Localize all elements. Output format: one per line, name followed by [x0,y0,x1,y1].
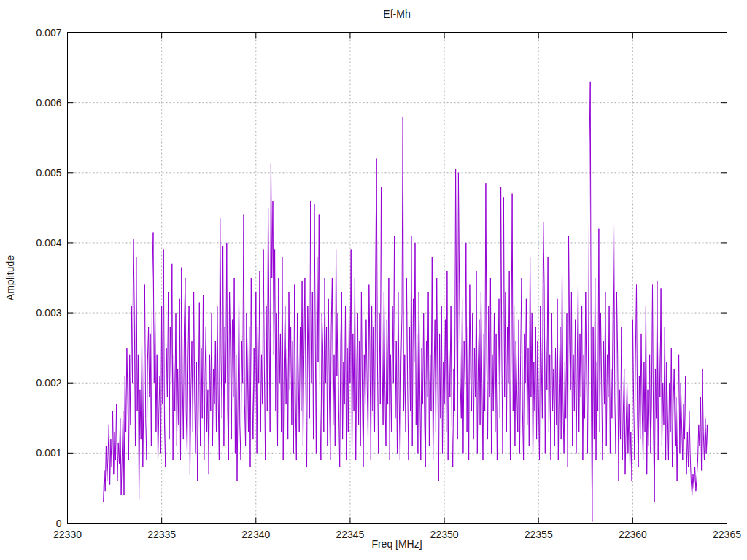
x-tick-label: 22330 [53,529,82,540]
y-tick-label: 0.001 [36,447,61,459]
y-tick-label: 0.002 [36,377,61,389]
spectrum-line [104,82,708,522]
x-tick-label: 22360 [619,529,647,540]
y-tick-label: 0.005 [36,167,61,179]
chart-window: Ef-Mh Amplitude Freq [MHz] 2233022335223… [0,0,747,560]
y-tick-label: 0.003 [36,307,61,319]
x-tick-label: 22365 [713,529,741,540]
plot-svg: 2233022335223402234522350223552236022365… [0,0,747,560]
x-tick-label: 22335 [147,529,176,540]
y-tick-label: 0.004 [36,237,61,249]
x-tick-label: 22345 [336,529,364,540]
y-tick-label: 0 [56,518,62,529]
x-tick-label: 22350 [430,529,459,540]
x-tick-label: 22340 [241,529,270,540]
y-tick-label: 0.007 [36,27,61,39]
y-tick-label: 0.006 [36,97,61,109]
x-tick-label: 22355 [525,529,553,540]
